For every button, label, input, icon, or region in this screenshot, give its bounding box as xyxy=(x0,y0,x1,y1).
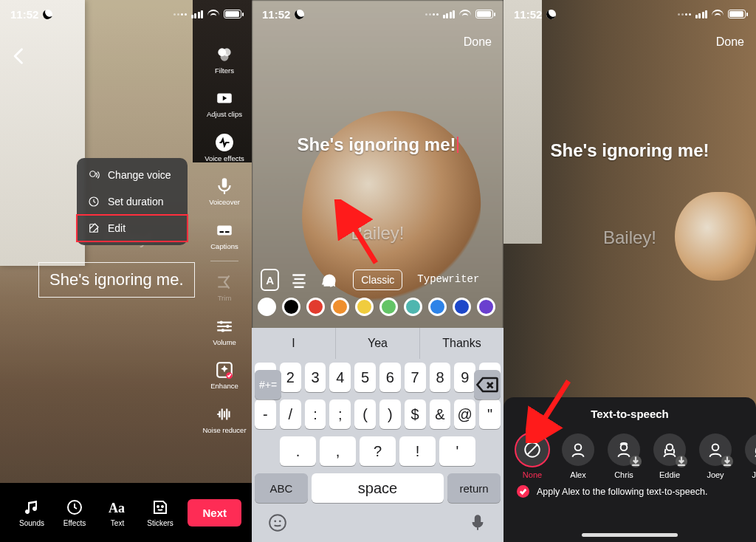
tts-head-button[interactable] xyxy=(319,269,338,291)
download-badge-icon xyxy=(721,456,733,467)
screen-edit-text: 11:52 Done She's ignoring me! Bailey! A xyxy=(252,0,504,542)
color-swatch[interactable] xyxy=(428,298,447,316)
done-button[interactable]: Done xyxy=(464,35,492,49)
dictation-button[interactable] xyxy=(468,513,487,535)
tool-volume[interactable]: Volume xyxy=(213,316,236,346)
popup-change-voice[interactable]: Change voice xyxy=(77,162,188,188)
color-swatch[interactable] xyxy=(306,298,325,316)
popup-set-duration[interactable]: Set duration xyxy=(77,188,188,215)
text-secondary[interactable]: Bailey! xyxy=(504,227,756,248)
keyboard-key[interactable]: 6 xyxy=(379,363,401,392)
screen-tts-picker: 11:52 Done She's ignoring me! Bailey! Te… xyxy=(504,0,756,542)
color-swatch[interactable] xyxy=(453,298,471,316)
back-button[interactable] xyxy=(9,46,30,66)
font-typewriter[interactable]: Typewriter xyxy=(410,270,487,290)
status-bar: 11:52 xyxy=(252,6,504,22)
svg-point-19 xyxy=(162,506,163,507)
keyboard-key[interactable]: ; xyxy=(329,399,351,429)
next-button[interactable]: Next xyxy=(188,499,241,526)
tool-voiceover[interactable]: Voiceover xyxy=(209,176,240,206)
color-swatch[interactable] xyxy=(379,298,398,316)
color-swatch[interactable] xyxy=(258,298,276,316)
keyboard-key[interactable]: 5 xyxy=(354,363,376,392)
keyboard-key[interactable]: - xyxy=(255,399,276,429)
keyboard-key[interactable]: ) xyxy=(379,399,401,429)
tts-voice-joey[interactable]: Joey xyxy=(698,433,732,479)
tool-noise-reducer[interactable]: Noise reducer xyxy=(202,404,246,434)
svg-point-21 xyxy=(269,515,286,531)
keyboard-key[interactable]: @ xyxy=(454,399,475,429)
bottom-effects[interactable]: Effects xyxy=(53,498,96,527)
keyboard-row-2: -/:;()$&@" xyxy=(252,396,504,433)
keyboard-key[interactable]: . xyxy=(280,436,316,466)
tts-voice-chris[interactable]: Chris xyxy=(607,433,641,479)
align-button[interactable] xyxy=(289,269,309,291)
keyboard-key[interactable]: 7 xyxy=(405,363,426,392)
keyboard-delete-button[interactable] xyxy=(474,370,501,399)
keyboard-key[interactable]: " xyxy=(479,399,501,429)
tool-filters[interactable]: Filters xyxy=(214,44,235,75)
keyboard-key[interactable]: : xyxy=(305,399,326,429)
keyboard-key[interactable]: 2 xyxy=(280,363,301,392)
keyboard-key[interactable]: $ xyxy=(405,399,426,429)
music-note-icon xyxy=(23,498,41,516)
keyboard-key[interactable]: & xyxy=(430,399,451,429)
color-swatch[interactable] xyxy=(355,298,374,316)
keyboard-row-bottom: ABC space return xyxy=(252,470,504,507)
suggestion-3[interactable]: Thanks xyxy=(419,328,504,359)
color-swatch[interactable] xyxy=(477,298,495,316)
svg-point-10 xyxy=(226,324,229,327)
status-time: 11:52 xyxy=(262,8,290,21)
keyboard-key[interactable]: 8 xyxy=(430,363,451,392)
microphone-icon xyxy=(214,176,235,196)
voice-name-label: Eddie xyxy=(659,470,680,479)
suggestion-2[interactable]: Yea xyxy=(335,328,419,359)
emoji-button[interactable] xyxy=(268,513,287,535)
popup-edit[interactable]: Edit xyxy=(77,215,188,241)
keyboard-key[interactable]: ? xyxy=(360,436,396,466)
text-style-button[interactable]: A xyxy=(261,269,279,291)
color-swatch[interactable] xyxy=(404,298,422,316)
tts-apply-row[interactable]: Apply Alex to the following text-to-spee… xyxy=(504,482,756,501)
font-handwriting[interactable]: Han xyxy=(494,270,495,290)
tts-voice-eddie[interactable]: Eddie xyxy=(653,433,687,479)
editing-text-primary[interactable]: She's ignoring me! xyxy=(252,134,504,155)
keyboard-key[interactable]: ( xyxy=(354,399,376,429)
suggestion-1[interactable]: I xyxy=(252,328,335,359)
tool-label: Filters xyxy=(215,67,234,75)
color-swatch[interactable] xyxy=(331,298,349,316)
tool-trim[interactable]: Trim xyxy=(214,272,235,302)
keyboard-key[interactable]: , xyxy=(320,436,356,466)
tool-captions[interactable]: Captions xyxy=(210,220,238,250)
keyboard-key[interactable]: 9 xyxy=(454,363,475,392)
selected-text-box[interactable]: She's ignoring me. xyxy=(38,262,195,298)
tool-enhance[interactable]: Enhance xyxy=(210,360,238,390)
keyboard-key[interactable]: ! xyxy=(399,436,436,466)
keyboard-symbols-button[interactable]: #+= xyxy=(255,370,281,399)
tool-label: Adjust clips xyxy=(207,111,242,118)
tool-voice-effects[interactable]: Voice effects xyxy=(205,132,244,162)
keyboard-key[interactable]: ' xyxy=(439,436,475,466)
svg-point-28 xyxy=(667,444,673,450)
keyboard-key[interactable]: 3 xyxy=(305,363,326,392)
tool-label: Captions xyxy=(210,243,238,250)
bottom-stickers[interactable]: Stickers xyxy=(139,498,182,527)
svg-point-18 xyxy=(157,506,159,507)
keyboard-key[interactable]: / xyxy=(280,399,301,429)
keyboard-key[interactable]: 4 xyxy=(329,363,351,392)
text-primary-value: She's ignoring me! xyxy=(297,134,456,154)
bottom-sounds[interactable]: Sounds xyxy=(10,498,53,527)
tool-label: Noise reducer xyxy=(202,427,246,434)
keyboard-suggestions: I Yea Thanks xyxy=(252,328,504,359)
done-button[interactable]: Done xyxy=(716,35,744,49)
tool-adjust-clips[interactable]: Adjust clips xyxy=(207,88,242,118)
keyboard-space-button[interactable]: space xyxy=(312,473,444,503)
bottom-text[interactable]: Aa Text xyxy=(96,498,139,527)
color-swatch[interactable] xyxy=(282,298,300,316)
font-classic[interactable]: Classic xyxy=(353,270,402,290)
keyboard-abc-button[interactable]: ABC xyxy=(255,473,308,503)
keyboard-return-button[interactable]: return xyxy=(447,473,501,503)
text-primary[interactable]: She's ignoring me! xyxy=(504,140,756,161)
tts-voice-jessi[interactable]: Jessi xyxy=(744,433,756,479)
enhance-icon xyxy=(214,360,235,380)
